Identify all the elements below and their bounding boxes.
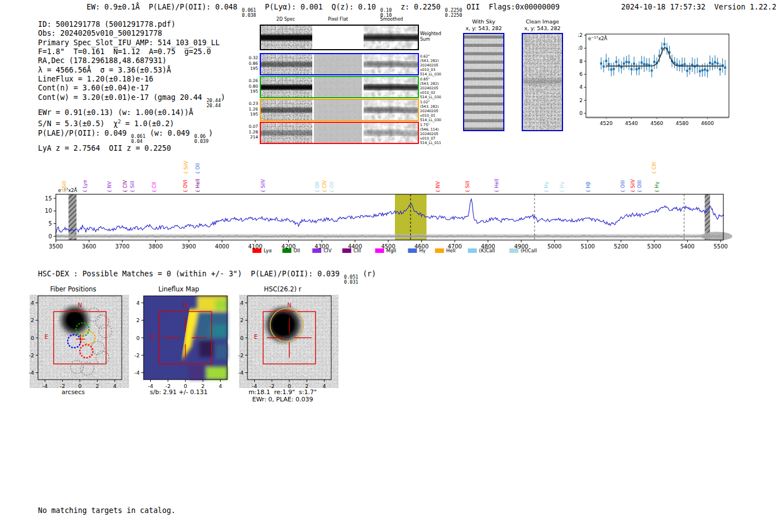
east-label: E <box>254 334 258 340</box>
svg-text:4520: 4520 <box>600 121 613 126</box>
spec2d-image <box>261 77 312 97</box>
svg-text:4: 4 <box>31 300 34 306</box>
inset-data-points <box>600 37 726 77</box>
svg-text:HeII: HeII <box>446 248 456 253</box>
pixelflat-image <box>314 100 363 120</box>
stacked-uncertainty: 0.0510.031 <box>344 275 359 285</box>
svg-text:0: 0 <box>31 335 34 341</box>
emission-line-label: { CIV <box>322 180 327 193</box>
with-sky-title: With Sky <box>450 18 517 25</box>
spectrum-line <box>56 199 724 234</box>
emission-line-label: { SiIV <box>630 179 636 193</box>
footer-notes: No matching targets in catalog. Row inte… <box>38 489 175 532</box>
summary-line-8: Cont(w) = 3.20(±0.01)e-17 (gmag 20.44 20… <box>38 93 225 108</box>
spec2d-col-header: Pixel Flat <box>328 17 348 22</box>
svg-text:2: 2 <box>31 317 34 323</box>
svg-text:10: 10 <box>45 208 52 214</box>
stacked-uncertainty: 20.4420.44 <box>207 98 221 108</box>
pixelflat-image <box>314 77 363 97</box>
emission-line-label: { Hγ <box>559 181 565 193</box>
svg-text:(K)CaII: (K)CaII <box>479 248 495 253</box>
svg-text:10: 10 <box>578 45 583 51</box>
emission-line-label: { OII <box>195 163 201 174</box>
hsc-dex-match-line: HSC-DEX : Possible Matches = 0 (within +… <box>38 270 376 285</box>
spec2d-row-left-labels: 0.260.80195 <box>246 78 258 94</box>
east-label: E <box>150 334 154 340</box>
svg-text:-4: -4 <box>135 370 140 376</box>
summary-line-9: EWr = 0.91(±0.13) (w: 1.00(±0.14))Å <box>38 108 225 117</box>
with-sky-image <box>463 33 504 131</box>
svg-text:4: 4 <box>136 300 140 306</box>
svg-text:6: 6 <box>579 71 583 77</box>
svg-text:5400: 5400 <box>680 243 694 250</box>
header-datetime: 2024-10-18 17:57:32 Version 1.22.2 <box>621 3 776 11</box>
smoothed-image <box>364 26 418 49</box>
svg-text:CIII: CIII <box>354 248 361 253</box>
svg-text:CIV: CIV <box>323 248 331 253</box>
north-label: N <box>183 302 187 308</box>
spec2d-col-header: Smoothed <box>380 17 403 22</box>
smoothed-image <box>364 77 418 97</box>
svg-text:3700: 3700 <box>115 243 129 250</box>
spec2d-row-2 <box>260 76 419 98</box>
emission-line-label: { Hγ <box>543 181 549 193</box>
detection-summary-block: ID: 5001291778 (5001291778.pdf)Obs: 2024… <box>38 20 225 153</box>
svg-text:0: 0 <box>579 111 583 116</box>
clean-image <box>522 33 563 131</box>
svg-text:3500: 3500 <box>49 243 63 250</box>
svg-text:Lyα: Lyα <box>264 248 272 253</box>
svg-text:5000: 5000 <box>547 243 561 250</box>
emission-line-label: { NV <box>435 181 441 193</box>
emission-line-label: { HeII <box>494 179 499 193</box>
svg-text:3800: 3800 <box>149 243 163 250</box>
main-spectrum-plot: 0510153500360037003800390040004100420043… <box>0 148 782 262</box>
emission-line-label: { OII <box>314 181 320 193</box>
hsc-caption-2: EWr: 0, PLAE: 0.039 <box>230 396 336 403</box>
svg-text:0: 0 <box>136 335 140 341</box>
stacked-uncertainty: 0.22500.2250 <box>445 8 462 18</box>
emission-line-label: { CII <box>151 182 157 193</box>
svg-text:4: 4 <box>240 300 244 306</box>
spec2d-row-3 <box>260 99 419 121</box>
summary-line-3: F=1.8" T=0.161 N̅=1.12 A=0.75 g̅=25.0 <box>38 47 225 56</box>
svg-text:OII: OII <box>294 248 301 253</box>
spec2d-image <box>261 54 312 74</box>
smoothed-image <box>364 54 418 74</box>
svg-text:0: 0 <box>49 233 52 239</box>
spec2d-row-4 <box>260 122 419 144</box>
emission-line-label: { NV <box>107 181 112 193</box>
spec2d-col-header: 2D Spec <box>276 17 295 22</box>
svg-text:-4: -4 <box>29 370 34 376</box>
lineflux-map-title: Lineflux Map <box>126 285 232 293</box>
spec2d-row-left-labels: 0.231.26195 <box>246 101 258 117</box>
emission-line-label: { OVI <box>183 180 188 193</box>
pixelflat-image <box>314 26 363 49</box>
svg-text:5500: 5500 <box>714 243 728 250</box>
spec2d-row-right-labels: WeightedSum <box>420 31 441 42</box>
spec2d-row-right-labels: 0.85"(543, 282)20240205v010_02514_LL_030 <box>420 77 441 99</box>
svg-text:8: 8 <box>579 59 583 64</box>
fiber-positions-title: Fiber Positions <box>20 285 126 293</box>
east-label: E <box>45 334 48 340</box>
svg-text:Hγ: Hγ <box>419 248 425 253</box>
svg-text:-2: -2 <box>29 352 34 358</box>
emission-line-label: { CIV <box>122 180 128 193</box>
inset-unit-label: e−17x2Å <box>588 35 607 41</box>
spec2d-row-right-labels: 1.02"(543, 282)20240205v010_01514_LL_030 <box>420 100 441 122</box>
clean-image-title: Clean Image <box>509 18 576 25</box>
summary-line-2: Primary Spec_Slot_IFU_AMP: 514_103_019_L… <box>38 39 225 47</box>
spec2d-image <box>261 26 312 49</box>
spec2d-figure: 2D SpecPixel FlatSmoothedWeightedSum0.32… <box>246 17 447 145</box>
svg-text:-2: -2 <box>135 352 140 358</box>
spec2d-row-left-labels: 0.320.86195 <box>246 55 258 71</box>
north-label: N <box>78 302 82 308</box>
svg-text:15: 15 <box>45 195 52 202</box>
svg-text:5100: 5100 <box>580 243 594 250</box>
hsc-cutout-title: HSC(26.2) r <box>230 285 336 293</box>
fiber-xlabel: arcsecs <box>20 389 126 396</box>
pixelflat-image <box>314 54 363 74</box>
spec2d-row-0 <box>260 25 419 50</box>
svg-text:4600: 4600 <box>701 121 714 126</box>
emission-line-label: { CIII <box>651 162 657 174</box>
svg-text:-2: -2 <box>239 352 244 358</box>
